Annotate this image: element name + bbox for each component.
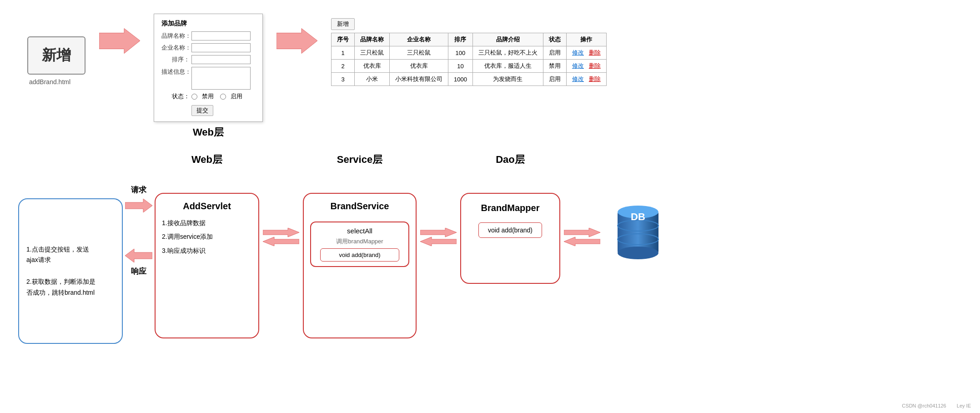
svg-marker-1 <box>276 29 317 54</box>
cell-intro-1: 三只松鼠，好吃不上火 <box>472 46 543 60</box>
edit-link-2[interactable]: 修改 <box>572 62 584 69</box>
service-col: Service层 BrandService selectAll 调用brandM… <box>303 153 417 338</box>
brand-table: 序号 品牌名称 企业名称 排序 品牌介绍 状态 操作 1 三只松鼠 三只松鼠 1… <box>331 33 607 86</box>
void-add-mapper-box: void add(brand) <box>478 222 542 238</box>
brand-service-title: BrandService <box>331 201 389 212</box>
brand-service-box: BrandService selectAll 调用brandMapper voi… <box>303 193 417 338</box>
select-all-label: selectAll <box>320 227 399 235</box>
col-ops: 操作 <box>566 33 606 46</box>
arrow-1 <box>99 27 140 55</box>
delete-link-3[interactable]: 删除 <box>589 76 601 82</box>
svg-marker-2 <box>125 199 152 212</box>
brand-mapper-box: BrandMapper void add(brand) <box>460 193 560 284</box>
add-servlet-box: AddServlet 1.接收品牌数据 2.调用service添加 3.响应成功… <box>155 193 259 338</box>
req-resp-arrows: 请求 响应 <box>125 185 152 277</box>
svg-marker-4 <box>263 228 299 237</box>
cell-company-2: 优衣库 <box>390 60 448 73</box>
ley-ie-text: Ley IE <box>957 403 971 408</box>
submit-button[interactable]: 提交 <box>191 105 213 116</box>
inner-service-box: selectAll 调用brandMapper void add(brand) <box>310 222 409 267</box>
database-icon: DB <box>613 203 663 262</box>
service-layer-label: Service层 <box>337 153 382 166</box>
web-col: Web层 AddServlet 1.接收品牌数据 2.调用service添加 3… <box>155 153 259 338</box>
double-arrow-icon-3 <box>564 228 600 246</box>
order-label: 排序： <box>161 55 190 64</box>
desc-textarea[interactable] <box>191 67 251 90</box>
call-mapper-label: 调用brandMapper <box>320 237 399 246</box>
status-label: 状态： <box>161 92 190 101</box>
svg-marker-7 <box>420 237 457 246</box>
table-body: 1 三只松鼠 三只松鼠 100 三只松鼠，好吃不上火 启用 修改 删除 2 优衣… <box>332 46 607 86</box>
double-arrow-icon-1 <box>263 228 299 246</box>
xinzeng-button[interactable]: 新增 <box>27 36 85 75</box>
html-text-2: ajax请求 <box>26 256 51 263</box>
cell-brand-2: 优衣库 <box>355 60 390 73</box>
resp-label: 响应 <box>131 266 146 277</box>
dialog-title: 添加品牌 <box>161 20 255 28</box>
req-arrow-icon <box>125 199 152 212</box>
table-row: 2 优衣库 优衣库 10 优衣库，服适人生 禁用 修改 删除 <box>332 60 607 73</box>
edit-link-1[interactable]: 修改 <box>572 49 584 56</box>
servlet-item-1: 1.接收品牌数据 <box>162 218 252 228</box>
cell-brand-1: 三只松鼠 <box>355 46 390 60</box>
desc-label: 描述信息： <box>161 67 190 76</box>
cell-status-3: 启用 <box>543 73 566 86</box>
html-text-1: 1.点击提交按钮，发送 <box>26 246 89 253</box>
cell-ops-1: 修改 删除 <box>566 46 606 60</box>
cell-order-1: 100 <box>448 46 473 60</box>
cell-order-2: 10 <box>448 60 473 73</box>
status-row: 状态： 禁用 启用 <box>161 92 255 101</box>
order-input[interactable] <box>191 55 251 64</box>
cell-id-2: 2 <box>332 60 355 73</box>
svg-point-12 <box>618 247 658 259</box>
form-section: 添加品牌 品牌名称： 企业名称： 排序： 描述信息： 状态： 禁用 <box>154 14 263 139</box>
web-layer-label-bottom: Web层 <box>191 153 222 166</box>
bottom-section: 1.点击提交按钮，发送 ajax请求 2.获取数据，判断添加是 否成功，跳转br… <box>0 153 980 353</box>
double-arrow-3 <box>564 228 600 246</box>
double-arrow-2 <box>420 228 457 246</box>
table-section: 新增 序号 品牌名称 企业名称 排序 品牌介绍 状态 操作 1 三只松鼠 三只松… <box>331 18 607 86</box>
cell-brand-3: 小米 <box>355 73 390 86</box>
table-header: 序号 品牌名称 企业名称 排序 品牌介绍 状态 操作 <box>332 33 607 46</box>
submit-row: 提交 <box>161 103 255 116</box>
svg-marker-3 <box>125 249 152 262</box>
cell-company-1: 三只松鼠 <box>390 46 448 60</box>
html-text-4: 否成功，跳转brand.html <box>26 289 95 296</box>
req-label: 请求 <box>131 185 146 195</box>
cell-id-1: 1 <box>332 46 355 60</box>
html-box: 1.点击提交按钮，发送 ajax请求 2.获取数据，判断添加是 否成功，跳转br… <box>18 198 123 344</box>
cell-order-3: 1000 <box>448 73 473 86</box>
status-radio-disabled[interactable] <box>191 94 197 100</box>
cell-ops-3: 修改 删除 <box>566 73 606 86</box>
brand-name-row: 品牌名称： <box>161 31 255 40</box>
edit-link-3[interactable]: 修改 <box>572 76 584 82</box>
col-intro: 品牌介绍 <box>472 33 543 46</box>
servlet-item-3: 3.响应成功标识 <box>162 246 252 256</box>
brand-name-input[interactable] <box>191 31 251 40</box>
cell-intro-3: 为发烧而生 <box>472 73 543 86</box>
dao-layer-label: Dao层 <box>496 153 525 166</box>
html-filename-label: addBrand.html <box>27 78 70 86</box>
header-row: 序号 品牌名称 企业名称 排序 品牌介绍 状态 操作 <box>332 33 607 46</box>
delete-link-2[interactable]: 删除 <box>589 62 601 69</box>
bottom-inner: 1.点击提交按钮，发送 ajax请求 2.获取数据，判断添加是 否成功，跳转br… <box>18 153 962 344</box>
double-arrow-icon-2 <box>420 228 457 246</box>
cell-status-1: 启用 <box>543 46 566 60</box>
footer: CSDN @rch041126 Ley IE <box>902 403 971 408</box>
col-status: 状态 <box>543 33 566 46</box>
top-left: 新增 addBrand.html <box>27 14 85 86</box>
table-row: 1 三只松鼠 三只松鼠 100 三只松鼠，好吃不上火 启用 修改 删除 <box>332 46 607 60</box>
cell-intro-2: 优衣库，服适人生 <box>472 60 543 73</box>
html-box-text: 1.点击提交按钮，发送 ajax请求 2.获取数据，判断添加是 否成功，跳转br… <box>26 244 115 298</box>
table-row: 3 小米 小米科技有限公司 1000 为发烧而生 启用 修改 删除 <box>332 73 607 86</box>
table-new-button[interactable]: 新增 <box>331 18 355 30</box>
delete-link-1[interactable]: 删除 <box>589 49 601 56</box>
brand-mapper-title: BrandMapper <box>481 203 540 213</box>
col-brand: 品牌名称 <box>355 33 390 46</box>
svg-marker-9 <box>564 237 600 246</box>
web-layer-label: Web层 <box>193 126 224 139</box>
company-name-input[interactable] <box>191 43 251 52</box>
svg-marker-0 <box>99 29 140 54</box>
col-id: 序号 <box>332 33 355 46</box>
status-radio-enabled[interactable] <box>220 94 226 100</box>
